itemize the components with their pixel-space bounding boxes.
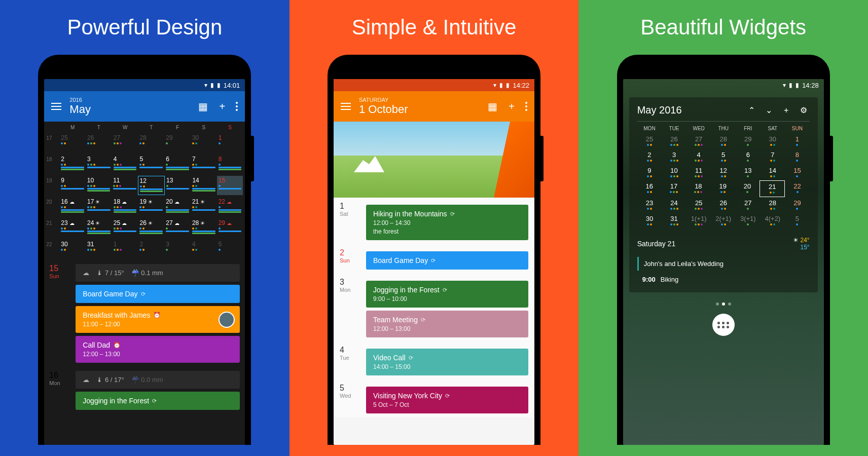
calendar-cell[interactable]: 18☁ [112, 197, 138, 216]
widget-cell[interactable]: 1(+1) [686, 213, 711, 229]
calendar-cell[interactable]: 25☁ [112, 218, 138, 238]
agenda-list[interactable]: 1SatHiking in the Mountains ⟳12:00 – 14:… [334, 198, 534, 417]
widget-cell[interactable]: 3 [662, 149, 686, 165]
widget-cell[interactable]: 27 [686, 133, 711, 149]
calendar-cell[interactable]: 2 [138, 240, 164, 259]
event-card[interactable]: Breakfast with James ⏰11:00 – 12:00 [76, 306, 240, 333]
page-indicator[interactable] [623, 302, 824, 306]
widget-cell[interactable]: 20 [735, 180, 760, 197]
add-icon[interactable]: + [780, 106, 792, 115]
calendar-cell[interactable]: 12 [138, 176, 165, 195]
widget-cell[interactable]: 25 [637, 133, 662, 149]
widget-cell[interactable]: 24 [662, 197, 686, 213]
event-card[interactable]: Team Meeting ⟳12:00 – 13:00 [366, 311, 528, 337]
widget-cell[interactable]: 27 [736, 197, 761, 213]
calendar-cell[interactable]: 4 [191, 240, 217, 259]
widget-cell[interactable]: 29 [736, 133, 761, 149]
calendar-cell[interactable]: 6 [164, 155, 191, 174]
widget-cell[interactable]: 5 [711, 149, 736, 165]
widget-cell[interactable]: 29 [785, 197, 810, 213]
calendar-cell[interactable]: 25 [59, 133, 86, 153]
event-card[interactable]: Video Call ⟳14:00 – 15:00 [366, 349, 528, 375]
widget-cell[interactable]: 19 [711, 180, 735, 197]
widget-cell[interactable]: 2 [637, 149, 662, 165]
menu-icon[interactable] [341, 103, 351, 110]
widget-cell[interactable]: 11 [686, 165, 711, 180]
today-icon[interactable]: ▦ [487, 101, 498, 112]
calendar-cell[interactable]: 27☁ [164, 218, 191, 238]
calendar-cell[interactable]: 20☁ [164, 197, 191, 216]
widget-cell[interactable]: 4 [686, 149, 711, 165]
widget-cell[interactable]: 7 [761, 149, 785, 165]
add-icon[interactable]: + [216, 101, 228, 112]
event-card[interactable]: Board Game Day ⟳ [76, 285, 240, 303]
appbar-title[interactable]: 2016 May [69, 97, 189, 116]
event-card[interactable]: Visiting New York City ⟳5 Oct – 7 Oct [366, 387, 528, 413]
widget-cell[interactable]: 23 [637, 197, 662, 213]
widget-cell[interactable]: 8 [785, 149, 810, 165]
calendar-cell[interactable]: 4 [112, 155, 138, 174]
calendar-cell[interactable]: 28 [138, 133, 164, 153]
calendar-cell[interactable]: 13 [165, 176, 191, 195]
widget-cell[interactable]: 28 [761, 197, 785, 213]
calendar-cell[interactable]: 14 [191, 176, 216, 195]
overflow-icon[interactable] [236, 102, 238, 111]
calendar-cell[interactable]: 16☁ [59, 197, 86, 216]
widget-cell[interactable]: 6 [736, 149, 761, 165]
calendar-cell[interactable]: 29☁ [217, 218, 243, 238]
agenda-list[interactable]: 15Sun☁🌡 7 / 15°☔ 0.1 mmBoard Game Day ⟳B… [44, 260, 245, 414]
calendar-cell[interactable]: 30 [59, 240, 86, 259]
widget-cell[interactable]: 12 [711, 165, 736, 180]
widget-cell[interactable]: 3(+1) [736, 213, 761, 229]
calendar-cell[interactable]: 5 [217, 240, 243, 259]
widget-cell[interactable]: 17 [662, 180, 686, 197]
prev-icon[interactable]: ⌃ [746, 105, 758, 115]
widget-cell[interactable]: 15 [785, 165, 810, 180]
calendar-cell[interactable]: 8 [217, 155, 243, 174]
gear-icon[interactable]: ⚙ [798, 105, 810, 115]
widget-cell[interactable]: 4(+2) [761, 213, 785, 229]
calendar-cell[interactable]: 22☁ [217, 197, 243, 216]
calendar-cell[interactable]: 15 [217, 176, 243, 195]
widget-cell[interactable]: 31 [662, 213, 686, 229]
event-card[interactable]: Jogging in the Forest ⟳ [76, 392, 240, 410]
calendar-cell[interactable]: 31 [86, 240, 112, 259]
calendar-cell[interactable]: 29 [164, 133, 191, 153]
calendar-cell[interactable]: 7 [191, 155, 217, 174]
calendar-cell[interactable]: 1 [112, 240, 138, 259]
calendar-cell[interactable]: 5 [138, 155, 164, 174]
calendar-cell[interactable]: 21☀ [191, 197, 217, 216]
widget-grid[interactable]: 2526272829301234567891011121314151617181… [637, 133, 810, 229]
calendar-cell[interactable]: 10 [86, 176, 112, 195]
widget-cell[interactable]: 10 [662, 165, 686, 180]
widget-title[interactable]: May 2016 [637, 104, 741, 116]
widget-event[interactable]: 9:00 Biking [637, 274, 810, 285]
widget-cell[interactable]: 26 [711, 197, 736, 213]
widget-cell[interactable]: 28 [711, 133, 736, 149]
widget-cell[interactable]: 30 [761, 133, 785, 149]
widget-cell[interactable]: 25 [686, 197, 711, 213]
calendar-cell[interactable]: 2 [59, 155, 86, 174]
calendar-cell[interactable]: 11 [112, 176, 137, 195]
event-card[interactable]: Jogging in the Forest ⟳9:00 – 10:00 [366, 281, 528, 308]
event-card[interactable]: Board Game Day ⟳ [366, 251, 528, 270]
calendar-cell[interactable]: 23☁ [59, 218, 86, 238]
calendar-cell[interactable]: 26☀ [138, 218, 164, 238]
calendar-cell[interactable]: 26 [86, 133, 112, 153]
widget-cell[interactable]: 16 [637, 180, 662, 197]
calendar-cell[interactable]: 24☀ [86, 218, 112, 238]
add-icon[interactable]: + [506, 101, 517, 112]
menu-icon[interactable] [51, 103, 61, 110]
widget-cell[interactable]: 26 [662, 133, 686, 149]
calendar-cell[interactable]: 17☀ [86, 197, 112, 216]
calendar-cell[interactable]: 3 [164, 240, 191, 259]
appbar-title[interactable]: SATURDAY 1 October [359, 97, 479, 116]
event-card[interactable]: Hiking in the Mountains ⟳12:00 – 14:30th… [366, 205, 528, 240]
calendar-cell[interactable]: 28☀ [191, 218, 217, 238]
widget-cell[interactable]: 1 [785, 133, 810, 149]
event-card[interactable]: Call Dad ⏰12:00 – 13:00 [76, 336, 240, 363]
calendar-widget[interactable]: May 2016 ⌃ ⌄ + ⚙ MONTUEWEDTHUFRISATSUN 2… [629, 97, 818, 292]
widget-event[interactable]: John's and Leila's Wedding [637, 257, 810, 271]
widget-cell[interactable]: 13 [736, 165, 761, 180]
app-drawer-button[interactable] [712, 314, 735, 336]
